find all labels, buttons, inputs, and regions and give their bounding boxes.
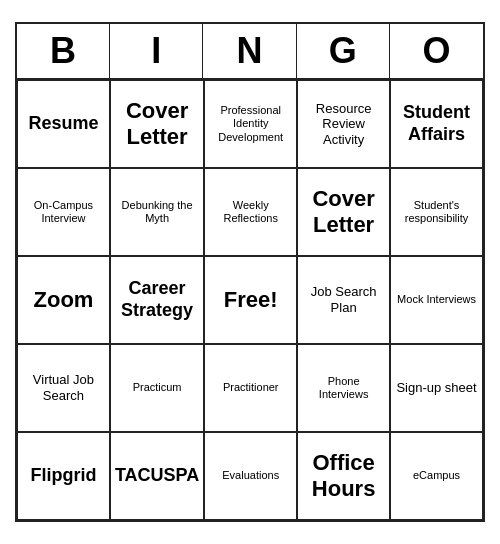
bingo-cell: Free! — [204, 256, 297, 344]
bingo-cell: Flipgrid — [17, 432, 110, 520]
bingo-cell: Cover Letter — [110, 80, 204, 168]
bingo-cell: Professional Identity Development — [204, 80, 297, 168]
bingo-cell: Debunking the Myth — [110, 168, 204, 256]
header-letter: I — [110, 24, 203, 78]
bingo-header: BINGO — [17, 24, 483, 80]
bingo-cell: Job Search Plan — [297, 256, 390, 344]
header-letter: N — [203, 24, 296, 78]
bingo-card: BINGO ResumeCover LetterProfessional Ide… — [15, 22, 485, 522]
bingo-cell: Weekly Reflections — [204, 168, 297, 256]
bingo-cell: eCampus — [390, 432, 483, 520]
bingo-cell: Cover Letter — [297, 168, 390, 256]
bingo-cell: Practitioner — [204, 344, 297, 432]
bingo-cell: Office Hours — [297, 432, 390, 520]
bingo-cell: Practicum — [110, 344, 204, 432]
bingo-cell: TACUSPA — [110, 432, 204, 520]
bingo-cell: Student's responsibility — [390, 168, 483, 256]
bingo-cell: Phone Interviews — [297, 344, 390, 432]
bingo-grid: ResumeCover LetterProfessional Identity … — [17, 80, 483, 520]
bingo-cell: Resource Review Activity — [297, 80, 390, 168]
bingo-cell: Evaluations — [204, 432, 297, 520]
bingo-cell: Virtual Job Search — [17, 344, 110, 432]
bingo-cell: Student Affairs — [390, 80, 483, 168]
header-letter: G — [297, 24, 390, 78]
bingo-cell: Resume — [17, 80, 110, 168]
bingo-cell: On-Campus Interview — [17, 168, 110, 256]
bingo-cell: Mock Interviews — [390, 256, 483, 344]
header-letter: B — [17, 24, 110, 78]
bingo-cell: Career Strategy — [110, 256, 204, 344]
header-letter: O — [390, 24, 483, 78]
bingo-cell: Sign-up sheet — [390, 344, 483, 432]
bingo-cell: Zoom — [17, 256, 110, 344]
